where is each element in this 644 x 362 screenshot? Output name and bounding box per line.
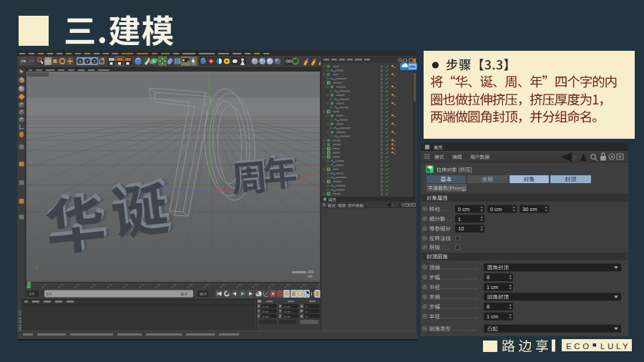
svg-text:LULY: LULY [600,342,630,351]
svg-text:ECO: ECO [566,342,592,351]
